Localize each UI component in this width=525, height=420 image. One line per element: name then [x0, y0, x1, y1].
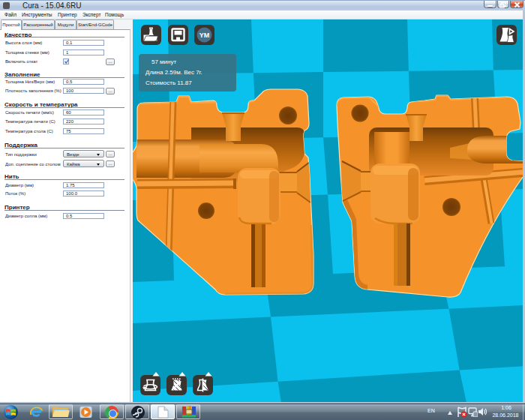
svg-text:YM: YM — [200, 32, 210, 39]
